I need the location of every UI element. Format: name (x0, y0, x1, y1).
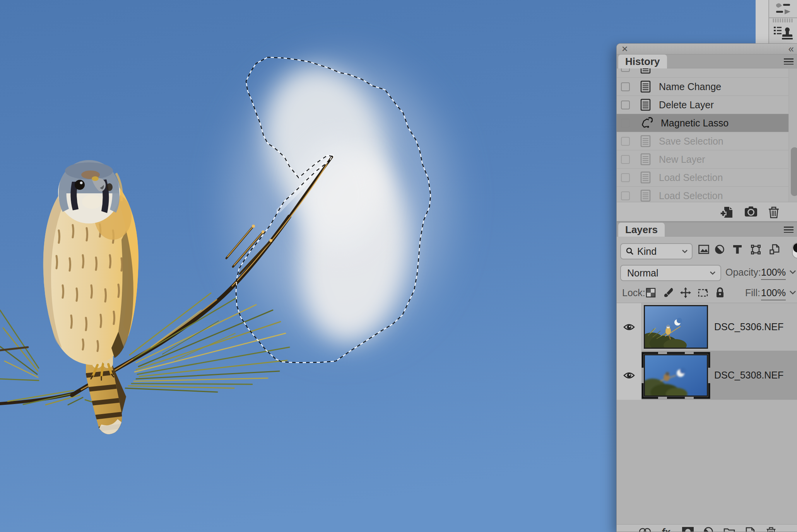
tab-history[interactable]: History (618, 55, 667, 68)
new-document-from-state-icon[interactable] (720, 206, 734, 218)
history-item-label: Save Selection (659, 136, 723, 147)
lock-pixels-brush-icon[interactable] (663, 287, 674, 298)
shape-layer-filter-icon[interactable] (751, 244, 761, 255)
history-title: History (625, 56, 660, 68)
history-item[interactable]: Delete Layer (617, 96, 788, 114)
smart-object-filter-icon[interactable] (769, 244, 780, 255)
panel-grip (772, 18, 794, 23)
layer-name[interactable]: DSC_5306.NEF (714, 321, 783, 332)
lock-position-icon[interactable] (680, 287, 691, 298)
new-layer-icon[interactable] (745, 527, 755, 532)
layer-filter-toggle[interactable] (792, 242, 797, 259)
link-layers-icon[interactable] (638, 527, 652, 532)
layer-row[interactable]: DSC_5306.NEF (617, 303, 797, 351)
lock-label: Lock: (622, 287, 645, 298)
opacity-value[interactable]: 100% (761, 267, 786, 280)
opacity-label: Opacity: (725, 267, 761, 278)
panel-header-bar: ✕ « (617, 44, 797, 55)
brush-settings-panel-button[interactable] (769, 0, 797, 18)
layer-style-fx-icon[interactable]: fx (662, 527, 670, 532)
photoshop-window: ✕ « History (0, 0, 797, 532)
layer-visibility-cell[interactable] (617, 351, 642, 400)
chevron-down-icon[interactable] (789, 290, 796, 295)
history-source-checkbox[interactable] (621, 137, 630, 146)
layer-name[interactable]: DSC_5308.NEF (714, 370, 783, 381)
eye-icon (623, 323, 635, 331)
close-icon[interactable]: ✕ (621, 44, 628, 54)
layer-visibility-cell[interactable] (617, 303, 642, 351)
history-item-selected[interactable]: Magnetic Lasso (617, 114, 788, 132)
layer-thumbnail[interactable] (644, 305, 708, 349)
history-item-label: New Layer (659, 154, 705, 165)
tab-layers[interactable]: Layers (618, 223, 665, 237)
fill-label: Fill: (745, 287, 760, 298)
history-item[interactable]: Name Change (617, 78, 788, 96)
layers-footer: fx (617, 524, 797, 532)
fill-value[interactable]: 100% (761, 287, 786, 300)
magnetic-lasso-icon (640, 117, 653, 129)
lock-all-icon[interactable] (715, 287, 725, 298)
layers-lock-row: Lock: (617, 283, 797, 303)
history-tab-strip: History (617, 55, 797, 68)
history-item-label: Load Selection (659, 190, 723, 201)
layers-panel-menu-icon[interactable] (784, 227, 794, 233)
chevron-down-icon (682, 249, 688, 254)
history-source-checkbox[interactable] (621, 68, 630, 72)
history-item-disabled[interactable]: New Layer (617, 150, 788, 169)
chevron-down-icon[interactable] (789, 270, 796, 275)
layers-blend-row: Normal Opacity: 100% (617, 261, 797, 283)
history-item-label: Delete Layer (659, 99, 714, 111)
history-state-icon (640, 153, 651, 165)
add-layer-mask-icon[interactable] (682, 527, 694, 532)
history-source-checkbox[interactable] (621, 82, 630, 91)
history-source-checkbox[interactable] (621, 191, 630, 200)
history-item-partial[interactable] (617, 68, 788, 78)
clone-source-panel-button[interactable] (769, 18, 797, 44)
history-source-checkbox[interactable] (621, 119, 630, 128)
pixel-layer-filter-icon[interactable] (698, 244, 709, 254)
history-item-disabled[interactable]: Save Selection (617, 132, 788, 150)
layers-filter-row: Kind (617, 237, 797, 261)
blend-mode-dropdown[interactable]: Normal (620, 265, 721, 281)
history-state-icon (640, 135, 651, 147)
layer-thumbnail-selected[interactable] (644, 354, 708, 397)
brush-settings-icon (774, 2, 792, 16)
history-item-disabled[interactable]: Load Selection (617, 169, 788, 187)
search-icon (626, 247, 634, 256)
history-state-icon (640, 99, 651, 111)
history-item-label: Magnetic Lasso (661, 118, 729, 129)
history-footer (617, 202, 797, 221)
new-snapshot-icon[interactable] (744, 206, 758, 217)
filter-kind-label: Kind (637, 246, 657, 257)
collapsed-panel-dock (756, 0, 797, 44)
history-scrollbar-thumb[interactable] (791, 147, 797, 196)
new-adjustment-layer-icon[interactable] (703, 527, 713, 532)
delete-state-icon[interactable] (768, 206, 779, 218)
history-source-checkbox[interactable] (621, 101, 630, 109)
layer-row-selected[interactable]: DSC_5308.NEF (617, 351, 797, 400)
history-state-icon (640, 189, 651, 202)
lock-artboard-icon[interactable] (697, 288, 709, 298)
history-state-icon (640, 80, 651, 93)
blend-mode-value: Normal (627, 268, 658, 279)
history-source-checkbox[interactable] (621, 173, 630, 182)
history-panel-menu-icon[interactable] (784, 58, 794, 65)
history-item-label: Name Change (659, 81, 721, 92)
layers-tab-strip: Layers (617, 223, 797, 237)
layers-empty-area (617, 400, 797, 524)
dock-divider-strip (756, 0, 769, 44)
history-item-label: Load Selection (659, 172, 723, 183)
layers-title: Layers (625, 224, 658, 236)
adjustment-layer-filter-icon[interactable] (715, 244, 725, 254)
type-layer-filter-icon[interactable] (732, 244, 742, 254)
history-list: Name Change Delete Layer (617, 68, 788, 202)
delete-layer-icon[interactable] (766, 527, 776, 532)
new-group-icon[interactable] (723, 527, 735, 532)
panel-group: ✕ « History (616, 43, 797, 532)
history-source-checkbox[interactable] (621, 155, 630, 164)
collapse-panel-icon[interactable]: « (788, 43, 793, 54)
clone-source-icon (773, 25, 793, 41)
layer-filter-kind-dropdown[interactable]: Kind (620, 243, 693, 259)
history-state-icon (640, 171, 651, 184)
lock-transparency-icon[interactable] (646, 288, 656, 298)
